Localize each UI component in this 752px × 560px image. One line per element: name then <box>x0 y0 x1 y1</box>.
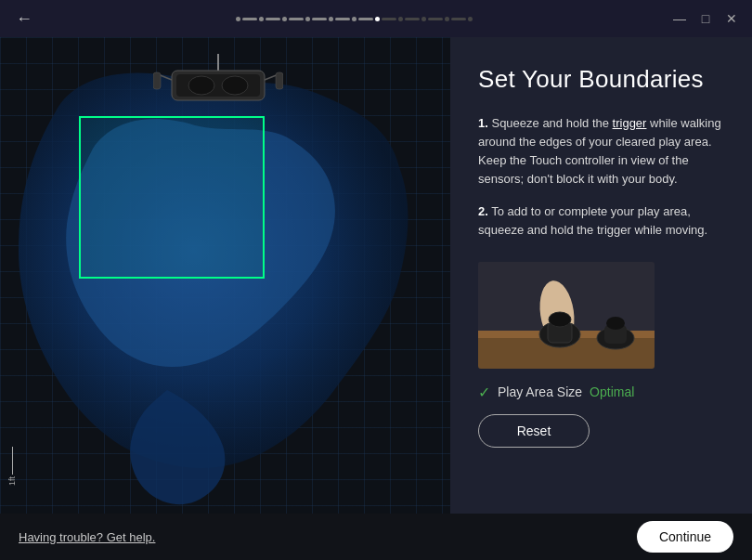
progress-segment <box>358 18 373 20</box>
progress-segment <box>428 18 443 20</box>
progress-dot <box>468 17 473 21</box>
controller-image <box>478 262 655 369</box>
progress-dot <box>398 17 403 21</box>
play-area-status: ✓ Play Area Size Optimal <box>478 384 724 401</box>
main-content: 1ft Set Your Boundaries 1. Squeeze and h… <box>0 37 752 514</box>
progress-dot-active <box>375 17 380 21</box>
svg-point-3 <box>188 76 214 95</box>
progress-dot <box>305 17 310 21</box>
progress-segment <box>405 18 420 20</box>
progress-bar <box>236 17 473 21</box>
restore-button[interactable]: □ <box>696 9 715 28</box>
optimal-badge: Optimal <box>590 384 634 399</box>
controller-photo <box>478 262 655 369</box>
panel-title: Set Your Boundaries <box>478 65 724 94</box>
step-1: 1. Squeeze and hold the trigger while wa… <box>478 114 724 189</box>
step-2: 2. To add to or complete your play area,… <box>478 202 724 240</box>
help-link[interactable]: Having trouble? Get help. <box>19 530 155 544</box>
boundary-rectangle <box>79 116 265 279</box>
progress-dot <box>236 17 240 21</box>
svg-rect-7 <box>153 72 161 89</box>
progress-segment <box>266 18 280 20</box>
trigger-link: trigger <box>613 116 647 130</box>
step1-text: Squeeze and hold the <box>488 116 613 130</box>
headset-svg <box>153 54 283 114</box>
scale-line <box>12 447 13 475</box>
scale-indicator: 1ft <box>7 447 17 486</box>
svg-point-15 <box>549 312 571 327</box>
progress-dot <box>445 17 449 21</box>
progress-dot <box>282 17 287 21</box>
left-panel: 1ft <box>0 37 450 514</box>
progress-segment <box>335 18 350 20</box>
help-text: Having trouble? Get help. <box>19 530 155 544</box>
titlebar: ← — □ ✕ <box>0 0 752 37</box>
progress-segment <box>451 18 466 20</box>
titlebar-right: — □ ✕ <box>670 9 741 28</box>
headset-illustration <box>153 54 283 118</box>
check-icon: ✓ <box>478 384 490 401</box>
reset-button[interactable]: Reset <box>478 414 590 448</box>
play-area-label: Play Area Size <box>498 384 582 399</box>
titlebar-left: ← <box>11 6 37 32</box>
close-button[interactable]: ✕ <box>722 9 741 28</box>
progress-dot <box>329 17 333 21</box>
back-button[interactable]: ← <box>11 6 37 32</box>
progress-dot <box>352 17 357 21</box>
progress-segment <box>289 18 304 20</box>
step1-number: 1. <box>478 116 488 130</box>
progress-segment <box>242 18 257 20</box>
step2-text: To add to or complete your play area, sq… <box>478 204 707 237</box>
bottom-bar: Having trouble? Get help. Continue <box>0 514 752 560</box>
svg-point-4 <box>222 76 248 95</box>
progress-segment <box>382 18 396 20</box>
scale-text: 1ft <box>7 476 17 486</box>
minimize-button[interactable]: — <box>670 9 689 28</box>
svg-rect-8 <box>276 72 283 89</box>
step2-number: 2. <box>478 204 488 218</box>
svg-point-18 <box>606 317 625 330</box>
right-panel: Set Your Boundaries 1. Squeeze and hold … <box>450 37 752 514</box>
continue-button[interactable]: Continue <box>637 521 733 553</box>
progress-dot <box>259 17 264 21</box>
progress-segment <box>312 18 327 20</box>
progress-dot <box>421 17 426 21</box>
